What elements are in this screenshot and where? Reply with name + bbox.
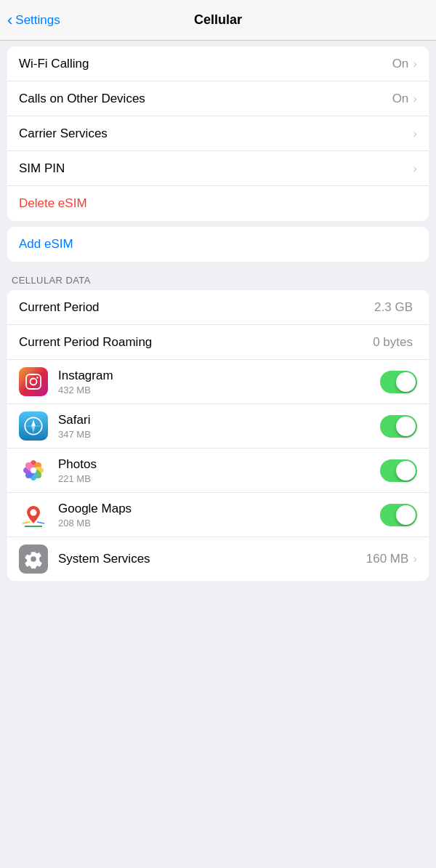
svg-point-1	[31, 379, 37, 385]
system-services-app-row[interactable]: System Services 160 MB ›	[7, 537, 429, 581]
sim-pin-item[interactable]: SIM PIN ›	[7, 151, 429, 186]
wifi-calling-label: Wi-Fi Calling	[19, 57, 392, 71]
photos-size: 221 MB	[58, 473, 380, 484]
add-esim-label: Add eSIM	[19, 237, 73, 252]
safari-toggle-knob	[396, 417, 416, 436]
system-services-icon	[19, 544, 48, 574]
calls-other-devices-chevron-icon: ›	[413, 92, 417, 106]
instagram-name: Instagram	[58, 369, 380, 383]
cellular-data-section-group: CELLULAR DATA Current Period 2.3 GB Curr…	[0, 268, 436, 581]
google-maps-info: Google Maps 208 MB	[58, 502, 380, 529]
page-title: Cellular	[194, 12, 242, 28]
carrier-services-label: Carrier Services	[19, 126, 413, 141]
carrier-services-item[interactable]: Carrier Services ›	[7, 116, 429, 151]
instagram-icon	[19, 367, 48, 396]
safari-toggle[interactable]	[380, 415, 417, 438]
instagram-app-row[interactable]: Instagram 432 MB	[7, 360, 429, 404]
sim-pin-label: SIM PIN	[19, 161, 413, 176]
esim-list-card: Wi-Fi Calling On › Calls on Other Device…	[7, 47, 429, 221]
add-esim-list-card: Add eSIM	[7, 227, 429, 262]
sim-pin-chevron-icon: ›	[413, 161, 417, 176]
safari-icon	[19, 411, 48, 441]
calls-other-devices-label: Calls on Other Devices	[19, 92, 392, 106]
system-services-size: 160 MB	[366, 552, 409, 566]
photos-icon	[19, 456, 48, 485]
instagram-size: 432 MB	[58, 385, 380, 395]
photos-toggle-knob	[396, 461, 416, 481]
current-period-roaming-value: 0 bytes	[373, 335, 413, 350]
svg-point-16	[31, 467, 36, 473]
svg-point-2	[36, 377, 38, 378]
delete-esim-item[interactable]: Delete eSIM	[7, 186, 429, 221]
header: ‹ Settings Cellular	[0, 0, 436, 41]
current-period-item: Current Period 2.3 GB	[7, 290, 429, 325]
safari-size: 347 MB	[58, 429, 380, 440]
wifi-calling-chevron-icon: ›	[413, 57, 417, 71]
safari-name: Safari	[58, 413, 380, 427]
system-services-chevron-icon: ›	[413, 552, 417, 566]
delete-esim-label: Delete eSIM	[19, 196, 87, 211]
instagram-toggle-knob	[396, 372, 416, 392]
calls-other-devices-item[interactable]: Calls on Other Devices On ›	[7, 81, 429, 116]
svg-point-18	[31, 510, 37, 516]
system-services-info: System Services	[58, 552, 366, 566]
google-maps-size: 208 MB	[58, 518, 380, 529]
esim-section-group: Wi-Fi Calling On › Calls on Other Device…	[0, 47, 436, 221]
add-esim-section-group: Add eSIM	[0, 227, 436, 262]
calls-other-devices-value: On	[392, 92, 409, 106]
wifi-calling-item[interactable]: Wi-Fi Calling On ›	[7, 47, 429, 81]
photos-toggle[interactable]	[380, 459, 417, 482]
current-period-roaming-label: Current Period Roaming	[19, 335, 373, 350]
photos-name: Photos	[58, 457, 380, 472]
wifi-calling-value: On	[392, 57, 409, 71]
carrier-services-chevron-icon: ›	[413, 126, 417, 141]
google-maps-icon	[19, 500, 48, 529]
photos-app-row[interactable]: Photos 221 MB	[7, 449, 429, 493]
back-button[interactable]: ‹ Settings	[7, 12, 60, 28]
google-maps-app-row[interactable]: Google Maps 208 MB	[7, 493, 429, 537]
instagram-info: Instagram 432 MB	[58, 369, 380, 395]
add-esim-item[interactable]: Add eSIM	[7, 227, 429, 262]
google-maps-name: Google Maps	[58, 502, 380, 516]
google-maps-toggle[interactable]	[380, 504, 417, 526]
current-period-label: Current Period	[19, 300, 374, 315]
cellular-data-section-label: CELLULAR DATA	[0, 268, 436, 290]
google-maps-toggle-knob	[396, 505, 416, 525]
svg-rect-0	[26, 374, 41, 389]
safari-app-row[interactable]: Safari 347 MB	[7, 404, 429, 449]
safari-info: Safari 347 MB	[58, 413, 380, 440]
cellular-data-list-card: Current Period 2.3 GB Current Period Roa…	[7, 290, 429, 581]
instagram-toggle[interactable]	[380, 371, 417, 393]
back-chevron-icon: ‹	[7, 12, 12, 28]
back-label: Settings	[15, 13, 60, 28]
current-period-value: 2.3 GB	[374, 300, 413, 315]
photos-info: Photos 221 MB	[58, 457, 380, 484]
system-services-name: System Services	[58, 552, 366, 566]
current-period-roaming-item: Current Period Roaming 0 bytes	[7, 325, 429, 360]
